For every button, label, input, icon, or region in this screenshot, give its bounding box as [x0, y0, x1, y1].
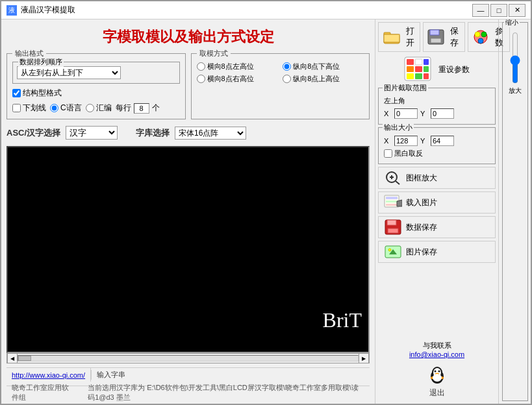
input-label: 输入字串 — [91, 370, 131, 380]
font-select-label: 字库选择 — [136, 127, 170, 139]
contact-email[interactable]: info@xiao-qi.com — [378, 350, 496, 358]
output-y-input[interactable] — [431, 136, 454, 146]
website-link[interactable]: http://www.xiao-qi.com/ — [6, 368, 91, 382]
svg-rect-31 — [388, 228, 398, 233]
reset-params-label: 重设参数 — [438, 64, 470, 75]
top-buttons: 打开 保存 — [378, 22, 496, 52]
zoom-in-btn[interactable]: 图框放大 — [378, 167, 496, 189]
underline-checkbox[interactable] — [12, 104, 21, 112]
c-lang-radio[interactable] — [50, 104, 58, 112]
zoom-in-label: 图框放大 — [406, 173, 437, 184]
assembly-radio-item: 汇编 — [86, 103, 112, 114]
every-label: 每行 — [116, 103, 131, 114]
assembly-radio[interactable] — [86, 104, 94, 112]
load-image-icon — [384, 195, 402, 210]
maximize-button[interactable]: □ — [490, 4, 507, 17]
c-lang-label: C语言 — [60, 103, 82, 114]
app-icon: 液 — [6, 5, 17, 16]
output-x-input[interactable] — [394, 136, 418, 146]
load-image-btn[interactable]: 载入图片 — [378, 191, 496, 214]
zoom-slider[interactable] — [509, 32, 522, 84]
capture-x-label: X — [384, 110, 392, 117]
underline-checkbox-item: 下划线 — [12, 103, 46, 114]
data-sort-title: 数据排列顺序 — [18, 57, 64, 67]
svg-line-21 — [396, 181, 399, 184]
bottom-text: 当前选用汉字库为 E:\D6软件包\开发工具\黑白LCD屏汉字取模\晓奇工作室多… — [88, 383, 364, 402]
main-window: 液 液晶汉字模提取 — □ ✕ 字模取模以及输出方式设定 输出格式 — [0, 0, 532, 405]
canvas-area[interactable]: BriT — [6, 146, 370, 353]
svg-point-38 — [434, 371, 436, 373]
output-size-group: 输出大小 X Y 黑白取反 — [378, 127, 496, 164]
v8-down-high-radio[interactable] — [283, 62, 291, 71]
capture-x-input[interactable] — [394, 108, 418, 119]
save-data-icon — [384, 219, 402, 235]
save-image-btn[interactable]: 图片保存 — [378, 241, 496, 263]
v8-up-high-radio[interactable] — [283, 75, 291, 83]
data-sort-select[interactable]: 从左到右从上到下 从右到左从上到下 — [17, 66, 121, 79]
open-button[interactable]: 打开 — [378, 22, 420, 52]
window-title: 液晶汉字模提取 — [21, 5, 75, 16]
every-input[interactable] — [134, 103, 149, 114]
svg-rect-17 — [407, 73, 414, 79]
zoom-controls: 放大 — [509, 32, 522, 398]
save-icon — [427, 28, 444, 46]
title-bar-controls: — □ ✕ — [472, 4, 526, 17]
svg-point-39 — [438, 371, 440, 373]
output-format-group: 输出格式 数据排列顺序 从左到右从上到下 从右到左从上到下 — [6, 53, 186, 119]
scroll-right-btn[interactable]: ▶ — [359, 353, 369, 363]
contact-label: 与我联系 — [378, 341, 496, 350]
exit-button[interactable]: 退出 — [378, 361, 496, 401]
svg-point-8 — [481, 32, 487, 37]
h8-left-high-radio[interactable] — [197, 62, 205, 71]
options-row: 下划线 C语言 汇编 每行 个 — [12, 103, 180, 114]
minimize-button[interactable]: — — [472, 4, 489, 17]
svg-rect-19 — [424, 73, 429, 79]
zoom-in-icon — [384, 170, 402, 186]
font-select-dropdown[interactable]: 宋体16点阵 黑体16点阵 — [175, 127, 246, 140]
reset-params-button[interactable]: 重设参数 — [436, 62, 472, 78]
h8-left-high-item: 横向8点左高位 — [197, 62, 278, 71]
v8-down-high-label: 纵向8点下高位 — [293, 62, 340, 71]
selector-row: ASC/汉字选择 汉字 ASCII 字库选择 宋体16点阵 黑体16点阵 — [6, 123, 370, 142]
char-select-dropdown[interactable]: 汉字 ASCII — [66, 126, 118, 140]
title-bar: 液 液晶汉字模提取 — □ ✕ — [1, 1, 531, 19]
status-bar: http://www.xiao-qi.com/ 输入字串 — [6, 367, 370, 382]
scrollbar-thumb[interactable] — [18, 356, 31, 361]
main-right-area: 打开 保存 — [375, 19, 498, 404]
capture-y-input[interactable] — [431, 108, 454, 119]
svg-rect-4 — [430, 30, 439, 35]
output-x-label: X — [384, 137, 392, 145]
svg-rect-26 — [386, 201, 398, 202]
h8-left-high-label: 横向8点左高位 — [207, 62, 254, 71]
bottom-left-text: 晓奇工作室应用软件组 — [12, 383, 75, 402]
data-sort-row: 从左到右从上到下 从右到左从上到下 — [17, 66, 175, 79]
output-size-row: X Y — [384, 136, 490, 146]
h8-right-high-radio[interactable] — [197, 75, 205, 83]
svg-rect-27 — [386, 204, 398, 206]
save-button[interactable]: 保存 — [423, 22, 465, 52]
struct-format-checkbox[interactable] — [12, 89, 21, 97]
font-preview: BriT — [323, 308, 362, 332]
exit-icon — [427, 363, 448, 386]
zoom-out-label: 放大 — [509, 86, 522, 95]
svg-rect-18 — [415, 73, 422, 79]
open-icon — [383, 28, 401, 46]
save-data-btn[interactable]: 数据保存 — [378, 216, 496, 238]
top-left-label: 左上角 — [384, 96, 490, 106]
scroll-left-btn[interactable]: ◀ — [7, 353, 18, 363]
exit-label: 退出 — [429, 387, 445, 399]
bottom-info: 晓奇工作室应用软件组 当前选用汉字库为 E:\D6软件包\开发工具\黑白LCD屏… — [6, 386, 370, 399]
svg-rect-30 — [387, 220, 396, 225]
take-mode-grid: 横向8点左高位 纵向8点下高位 横向8点右高位 纵向8点上高位 — [197, 62, 364, 84]
invert-checkbox[interactable] — [384, 149, 392, 158]
underline-label: 下划线 — [23, 103, 46, 114]
struct-format-label: 结构型格式 — [23, 88, 62, 99]
v8-up-high-item: 纵向8点上高位 — [283, 74, 364, 84]
capture-range-group: 图片截取范围 左上角 X Y — [378, 88, 496, 125]
canvas-scrollbar-h[interactable]: ◀ ▶ — [6, 353, 370, 363]
svg-rect-12 — [415, 59, 422, 65]
save-image-label: 图片保存 — [406, 247, 437, 258]
svg-rect-14 — [407, 66, 414, 72]
scrollbar-track[interactable] — [18, 355, 359, 362]
close-button[interactable]: ✕ — [509, 4, 526, 17]
